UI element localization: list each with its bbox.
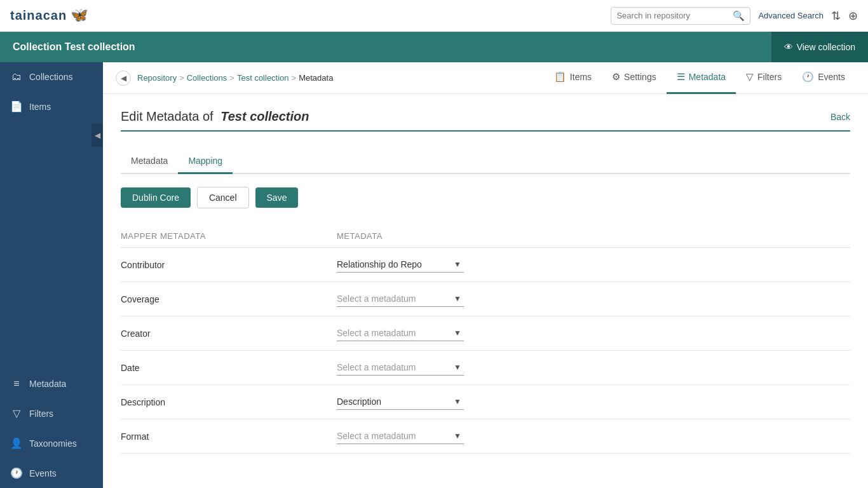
view-collection-button[interactable]: 👁 View collection (771, 32, 868, 62)
sidebar-toggle-button[interactable]: ◀ (92, 124, 103, 147)
chevron-down-icon: ▼ (454, 260, 461, 269)
select-value: Select a metadatum (337, 362, 416, 372)
content-header: ◀ Repository > Collections > Test collec… (103, 62, 868, 94)
view-collection-label: View collection (797, 42, 855, 52)
inner-tabs: Metadata Mapping (121, 149, 850, 174)
search-box[interactable]: 🔍 (611, 7, 750, 25)
mapping-rows: ContributorRelationship do Repo▼Coverage… (121, 248, 850, 454)
mapper-name: Creator (121, 329, 337, 339)
sidebar-events-label: Events (29, 468, 57, 478)
nav-tab-settings[interactable]: ⚙ Settings (602, 62, 667, 94)
mapping-row: CoverageSelect a metadatum▼ (121, 282, 850, 316)
collections-icon: 🗂 (10, 71, 23, 83)
select-control[interactable]: Select a metadatum▼ (337, 291, 464, 307)
select-control[interactable]: Description▼ (337, 394, 464, 410)
sidebar-items-label: Items (29, 102, 51, 112)
sidebar-metadata-label: Metadata (29, 379, 66, 389)
top-right: 🔍 Advanced Search ⇅ ⊕ (611, 7, 858, 25)
cancel-button[interactable]: Cancel (197, 187, 249, 208)
items-tab-icon: 📋 (554, 71, 566, 83)
wordpress-icon[interactable]: ⊕ (848, 9, 858, 23)
sort-icon[interactable]: ⇅ (831, 9, 841, 23)
breadcrumb-test-collection[interactable]: Test collection (237, 73, 289, 83)
nav-tabs: 📋 Items ⚙ Settings ☰ Metadata ▽ Filters … (544, 62, 855, 94)
inner-tab-mapping-label: Mapping (188, 156, 222, 166)
nav-tab-events[interactable]: 🕐 Events (792, 62, 855, 94)
select-control[interactable]: Relationship do Repo▼ (337, 257, 464, 273)
breadcrumb-current: Metadata (299, 73, 333, 83)
select-control[interactable]: Select a metadatum▼ (337, 360, 464, 376)
events-tab-label: Events (818, 72, 845, 82)
sidebar-item-metadata[interactable]: ≡ Metadata (0, 369, 103, 398)
sidebar-item-items[interactable]: 📄 Items (0, 92, 103, 121)
sidebar-item-collections[interactable]: 🗂 Collections (0, 62, 103, 92)
sidebar-item-events[interactable]: 🕐 Events (0, 458, 103, 488)
collection-prefix: Collection (13, 41, 62, 52)
mapping-table: Mapper Metadata Metadata ContributorRela… (121, 226, 850, 454)
mapper-name: Description (121, 397, 337, 407)
nav-tab-items[interactable]: 📋 Items (544, 62, 602, 94)
collection-bar-title: Collection Test collection (13, 41, 135, 53)
metadata-tab-icon: ☰ (677, 71, 685, 83)
select-value: Description (337, 396, 381, 407)
breadcrumb-back-button[interactable]: ◀ (116, 71, 131, 86)
mapping-row: CreatorSelect a metadatum▼ (121, 316, 850, 351)
chevron-down-icon: ▼ (454, 431, 461, 440)
sidebar-taxonomies-label: Taxonomies (29, 438, 77, 449)
nav-tab-metadata[interactable]: ☰ Metadata (667, 62, 736, 94)
back-link[interactable]: Back (831, 112, 850, 122)
collection-name: Test collection (65, 41, 135, 52)
breadcrumb-collections[interactable]: Collections (187, 73, 227, 83)
content-area: ◀ Repository > Collections > Test collec… (103, 62, 868, 488)
select-value: Select a metadatum (337, 294, 416, 304)
page-title: Edit Metadata of Test collection (121, 109, 309, 124)
mapping-row: FormatSelect a metadatum▼ (121, 419, 850, 454)
page-title-row: Edit Metadata of Test collection Back (121, 109, 850, 132)
select-value: Select a metadatum (337, 328, 416, 338)
select-value: Relationship do Repo (337, 259, 422, 269)
metadata-tab-label: Metadata (689, 72, 726, 82)
select-value: Select a metadatum (337, 431, 416, 441)
breadcrumb-repository[interactable]: Repository (137, 73, 177, 83)
mapper-name: Format (121, 431, 337, 442)
top-header: tainacan 🦋 🔍 Advanced Search ⇅ ⊕ (0, 0, 868, 32)
meta-select: Select a metadatum▼ (337, 325, 850, 341)
events-icon: 🕐 (10, 467, 23, 479)
items-icon: 📄 (10, 100, 23, 112)
chevron-down-icon: ▼ (454, 294, 461, 303)
advanced-search-link[interactable]: Advanced Search (758, 11, 824, 20)
mapping-header-row: Mapper Metadata Metadata (121, 226, 850, 248)
events-tab-icon: 🕐 (802, 71, 814, 83)
search-button[interactable]: 🔍 (733, 10, 745, 22)
logo-area: tainacan 🦋 (10, 7, 88, 25)
search-input[interactable] (616, 11, 733, 20)
filters-icon: ▽ (10, 407, 23, 419)
sidebar-collections-label: Collections (29, 72, 72, 82)
action-row: Dublin Core Cancel Save (121, 187, 850, 208)
inner-tab-metadata[interactable]: Metadata (121, 149, 178, 174)
meta-select: Relationship do Repo▼ (337, 257, 850, 273)
breadcrumb: ◀ Repository > Collections > Test collec… (116, 71, 333, 86)
select-control[interactable]: Select a metadatum▼ (337, 325, 464, 341)
sidebar-item-taxonomies[interactable]: 👤 Taxonomies (0, 428, 103, 458)
mapper-name: Contributor (121, 260, 337, 270)
save-button[interactable]: Save (255, 187, 299, 208)
dublin-core-button[interactable]: Dublin Core (121, 187, 191, 208)
main-layout: 🗂 Collections 📄 Items ◀ ≡ Metadata ▽ Fil… (0, 62, 868, 488)
sidebar-item-filters[interactable]: ▽ Filters (0, 398, 103, 428)
nav-tab-filters[interactable]: ▽ Filters (736, 62, 792, 94)
filters-tab-label: Filters (757, 72, 782, 82)
page-title-prefix: Edit Metadata of (121, 109, 214, 123)
logo-butterfly-icon: 🦋 (71, 7, 88, 25)
items-tab-label: Items (570, 72, 592, 82)
col-meta-header: Metadata (337, 231, 850, 241)
meta-select: Select a metadatum▼ (337, 428, 850, 444)
mapping-row: ContributorRelationship do Repo▼ (121, 248, 850, 282)
collection-bar: Collection Test collection 👁 View collec… (0, 32, 868, 62)
chevron-down-icon: ▼ (454, 363, 461, 372)
mapper-name: Coverage (121, 294, 337, 304)
inner-tab-mapping[interactable]: Mapping (178, 149, 233, 174)
inner-tab-metadata-label: Metadata (131, 156, 168, 166)
meta-select: Select a metadatum▼ (337, 291, 850, 307)
select-control[interactable]: Select a metadatum▼ (337, 428, 464, 444)
